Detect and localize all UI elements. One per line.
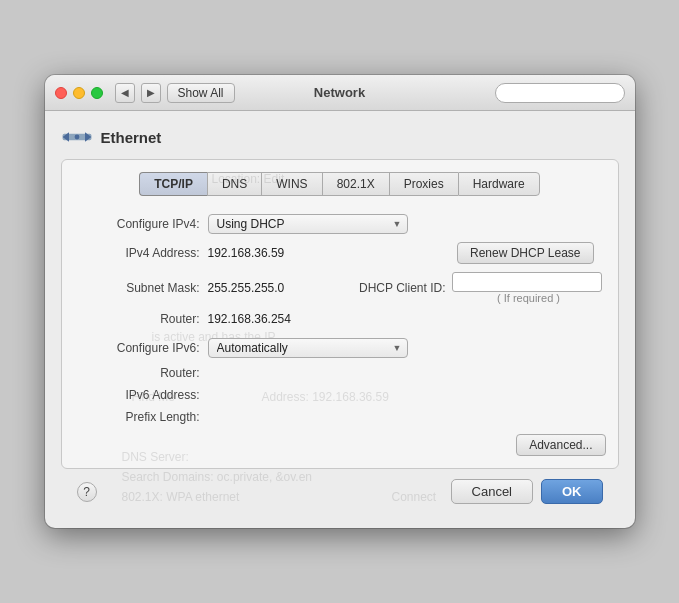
tab-dns[interactable]: DNS [207, 172, 261, 196]
tab-tcp-ip[interactable]: TCP/IP [139, 172, 207, 196]
advanced-button[interactable]: Advanced... [516, 434, 605, 456]
tab-802-1x[interactable]: 802.1X [322, 172, 389, 196]
nav-controls: ◀ ▶ Show All [115, 83, 235, 103]
router-row: Router: 192.168.36.254 [78, 312, 602, 326]
dhcp-client-id-input[interactable] [452, 272, 602, 292]
subnet-mask-label: Subnet Mask: [78, 281, 208, 295]
forward-button[interactable]: ▶ [141, 83, 161, 103]
renew-dhcp-button[interactable]: Renew DHCP Lease [457, 242, 594, 264]
device-header: Ethernet [61, 125, 619, 149]
ghost-dns: DNS Server: [122, 450, 189, 464]
back-button[interactable]: ◀ [115, 83, 135, 103]
form-section: Configure IPv4: Using DHCP Manually Off … [78, 210, 602, 436]
ipv4-address-value: 192.168.36.59 [208, 246, 457, 260]
configure-ipv4-select[interactable]: Using DHCP Manually Off BOOTP DHCP with … [208, 214, 408, 234]
ipv4-address-row: IPv4 Address: 192.168.36.59 Renew DHCP L… [78, 242, 602, 264]
network-window: ◀ ▶ Show All Network Ethernet Location: … [45, 75, 635, 528]
svg-point-3 [74, 135, 79, 140]
configure-ipv4-label: Configure IPv4: [78, 217, 208, 231]
search-box[interactable] [495, 83, 625, 103]
if-required-label: ( If required ) [497, 292, 560, 304]
content-area: Ethernet Location: Edit... is active and… [45, 111, 635, 528]
tab-hardware[interactable]: Hardware [458, 172, 540, 196]
ipv4-address-label: IPv4 Address: [78, 246, 208, 260]
tab-bar: TCP/IP DNS WINS 802.1X Proxies Hardware [78, 172, 602, 196]
router-value: 192.168.36.254 [208, 312, 291, 326]
subnet-mask-row: Subnet Mask: 255.255.255.0 DHCP Client I… [78, 272, 602, 304]
ipv6-address-label: IPv6 Address: [78, 388, 208, 402]
show-all-button[interactable]: Show All [167, 83, 235, 103]
ethernet-icon [61, 125, 93, 149]
router6-label: Router: [78, 366, 208, 380]
subnet-mask-value: 255.255.255.0 [208, 281, 360, 295]
configure-ipv4-row: Configure IPv4: Using DHCP Manually Off … [78, 214, 602, 234]
device-name: Ethernet [101, 129, 162, 146]
dhcp-client-group: ( If required ) [452, 272, 602, 304]
traffic-lights [55, 87, 103, 99]
prefix-length-label: Prefix Length: [78, 410, 208, 424]
svg-marker-2 [85, 132, 91, 142]
configure-ipv6-select-wrapper: Automatically Manually Off [208, 338, 408, 358]
titlebar: ◀ ▶ Show All Network [45, 75, 635, 111]
ipv6-address-row: IPv6 Address: [78, 388, 602, 402]
bottom-buttons: Cancel OK [451, 479, 603, 504]
minimize-button[interactable] [73, 87, 85, 99]
zoom-button[interactable] [91, 87, 103, 99]
configure-ipv6-label: Configure IPv6: [78, 341, 208, 355]
prefix-length-row: Prefix Length: [78, 410, 602, 424]
help-button[interactable]: ? [77, 482, 97, 502]
tab-proxies[interactable]: Proxies [389, 172, 458, 196]
ok-button[interactable]: OK [541, 479, 603, 504]
configure-ipv6-select[interactable]: Automatically Manually Off [208, 338, 408, 358]
bottom-bar: ? Cancel OK [61, 469, 619, 514]
router6-row: Router: [78, 366, 602, 380]
settings-panel: Location: Edit... is active and has the … [61, 159, 619, 469]
router-label: Router: [78, 312, 208, 326]
close-button[interactable] [55, 87, 67, 99]
cancel-button[interactable]: Cancel [451, 479, 533, 504]
configure-ipv6-row: Configure IPv6: Automatically Manually O… [78, 338, 602, 358]
window-title: Network [314, 85, 365, 100]
search-input[interactable] [504, 86, 616, 100]
dhcp-client-id-label: DHCP Client ID: [359, 281, 451, 295]
tab-wins[interactable]: WINS [261, 172, 321, 196]
svg-marker-1 [62, 132, 68, 142]
configure-ipv4-select-wrapper: Using DHCP Manually Off BOOTP DHCP with … [208, 214, 408, 234]
